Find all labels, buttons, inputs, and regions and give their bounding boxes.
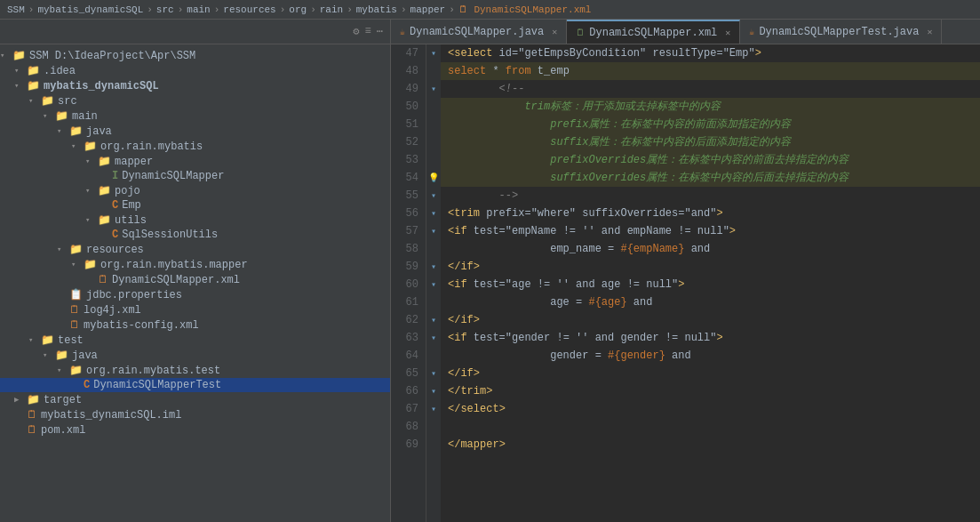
- code-line: </if>: [441, 258, 980, 276]
- gutter-item: ▾: [426, 329, 441, 347]
- tree-item-14[interactable]: ▾📁resources: [0, 242, 390, 257]
- fold-arrow[interactable]: ▾: [431, 404, 436, 414]
- code-line: </mapper>: [441, 436, 980, 454]
- tree-item-5[interactable]: ▾📁main: [0, 108, 390, 124]
- line-number: 63: [391, 329, 426, 347]
- code-line: <if test="gender != '' and gender != nul…: [441, 329, 980, 347]
- code-line: [441, 418, 980, 436]
- fold-arrow[interactable]: ▾: [431, 315, 436, 325]
- fold-arrow[interactable]: ▾: [431, 333, 436, 343]
- tree-item-15[interactable]: ▾📁org.rain.mybatis.mapper: [0, 257, 390, 272]
- tree-item-22[interactable]: ▾📁org.rain.mybatis.test: [0, 363, 390, 378]
- breadcrumb-org[interactable]: org: [289, 4, 307, 15]
- tree-item-label: pom.xml: [41, 424, 85, 437]
- gutter: ▾▾💡▾▾▾▾▾▾▾▾▾▾: [426, 44, 441, 522]
- tree-item-20[interactable]: ▾📁test: [0, 333, 390, 348]
- fold-arrow[interactable]: ▾: [431, 261, 436, 272]
- tree-item-label: DynamicSQLMapper: [122, 170, 224, 182]
- tree-item-icon: 📁: [69, 124, 83, 138]
- collapse-icon[interactable]: ≡: [365, 25, 371, 38]
- lightbulb-icon[interactable]: 💡: [428, 173, 439, 183]
- gutter-item: ▾: [426, 276, 441, 293]
- tree-item-16[interactable]: 🗒DynamicSQLMapper.xml: [0, 272, 390, 287]
- tree-item-18[interactable]: 🗒log4j.xml: [0, 302, 390, 317]
- breadcrumb-ssm[interactable]: SSM: [7, 4, 25, 15]
- code-line: trim标签：用于添加或去掉标签中的内容: [441, 98, 980, 116]
- fold-arrow[interactable]: ▾: [431, 48, 436, 59]
- tree-item-4[interactable]: ▾📁src: [0, 93, 390, 108]
- line-number: 53: [391, 151, 426, 169]
- code-line: </trim>: [441, 382, 980, 400]
- tree-item-24[interactable]: ▶📁target: [0, 392, 390, 407]
- code-line: suffixOverrides属性：在标签中内容的后面去掉指定的内容: [441, 169, 980, 187]
- gutter-item: [426, 418, 441, 436]
- tab-java-test[interactable]: ☕ DynamicSQLMapperTest.java ✕: [740, 20, 942, 44]
- gear-icon[interactable]: ⚙: [353, 25, 359, 38]
- tree-item-label: java: [86, 125, 112, 138]
- tree-item-13[interactable]: CSqlSessionUtils: [0, 228, 390, 242]
- fold-arrow[interactable]: ▾: [431, 279, 436, 290]
- tree-item-26[interactable]: 🗒pom.xml: [0, 422, 390, 438]
- tree-item-label: pojo: [115, 185, 140, 197]
- breadcrumb-project[interactable]: mybatis_dynamicSQL: [37, 4, 143, 15]
- tree-item-label: src: [58, 95, 77, 108]
- tree-item-21[interactable]: ▾📁java: [0, 348, 390, 363]
- fold-arrow[interactable]: ▾: [431, 386, 436, 397]
- line-number: 58: [391, 240, 426, 258]
- tree-item-1[interactable]: ▾📁SSM D:\IdeaProject\Apr\SSM: [0, 48, 390, 63]
- breadcrumb-rain[interactable]: rain: [320, 4, 343, 15]
- tree-item-8[interactable]: ▾📁mapper: [0, 154, 390, 169]
- code-lines[interactable]: <select id="getEmpsByCondition" resultTy…: [441, 44, 980, 522]
- gutter-item: [426, 98, 441, 116]
- tree-item-7[interactable]: ▾📁org.rain.mybatis: [0, 139, 390, 154]
- breadcrumb-src[interactable]: src: [156, 4, 174, 15]
- tree-item-icon: 📁: [12, 49, 26, 62]
- tree-item-6[interactable]: ▾📁java: [0, 124, 390, 139]
- fold-arrow[interactable]: ▾: [431, 368, 436, 379]
- tree-item-icon: 📁: [98, 184, 111, 197]
- breadcrumb-main[interactable]: main: [187, 4, 210, 15]
- code-line: <trim prefix="where" suffixOverrides="an…: [441, 205, 980, 222]
- tree-item-icon: 📁: [55, 349, 68, 362]
- tree-item-icon: C: [84, 379, 90, 391]
- tree-item-17[interactable]: 📋jdbc.properties: [0, 287, 390, 302]
- java-icon: ☕: [400, 27, 405, 37]
- breadcrumb-mybatis[interactable]: mybatis: [356, 4, 397, 15]
- tree-item-icon: I: [112, 170, 118, 182]
- close-tab-xml[interactable]: ✕: [725, 28, 730, 38]
- fold-arrow[interactable]: ▾: [431, 226, 436, 237]
- code-line: age = #{age} and: [441, 293, 980, 311]
- tree-item-23[interactable]: CDynamicSQLMapperTest: [0, 378, 390, 392]
- tree-item-label: target: [44, 394, 82, 406]
- tree-item-label: DynamicSQLMapper.xml: [112, 274, 240, 286]
- sidebar: ⚙ ≡ ⋯ ▾📁SSM D:\IdeaProject\Apr\SSM▾📁.ide…: [0, 20, 391, 522]
- tree-item-icon: 🗒: [98, 273, 108, 286]
- fold-arrow[interactable]: ▾: [431, 208, 436, 219]
- breadcrumb-mapper[interactable]: mapper: [410, 4, 446, 15]
- tree-item-2[interactable]: ▾📁.idea: [0, 63, 390, 78]
- code-line: emp_name = #{empName} and: [441, 240, 980, 258]
- fold-arrow[interactable]: ▾: [431, 190, 436, 201]
- breadcrumb-resources[interactable]: resources: [223, 4, 275, 15]
- gutter-item: [426, 133, 441, 151]
- tab-xml-mapper[interactable]: 🗒 DynamicSQLMapper.xml ✕: [567, 20, 740, 44]
- tree-arrow: ▾: [71, 260, 84, 269]
- close-tab-java[interactable]: ✕: [552, 27, 557, 37]
- settings-icon[interactable]: ⋯: [377, 25, 383, 38]
- code-line: <if test="empName != '' and empName != n…: [441, 222, 980, 240]
- tree-item-3[interactable]: ▾📁mybatis_dynamicSQL: [0, 78, 390, 93]
- code-line: </if>: [441, 365, 980, 382]
- tab-java-mapper[interactable]: ☕ DynamicSQLMapper.java ✕: [391, 20, 567, 44]
- tree-item-11[interactable]: CEmp: [0, 198, 390, 213]
- breadcrumb-file[interactable]: 🗒 DynamicSQLMapper.xml: [458, 4, 592, 15]
- close-tab-test[interactable]: ✕: [927, 27, 932, 37]
- tree-item-12[interactable]: ▾📁utils: [0, 213, 390, 228]
- sidebar-tree: ▾📁SSM D:\IdeaProject\Apr\SSM▾📁.idea▾📁myb…: [0, 44, 390, 522]
- gutter-item: ▾: [426, 311, 441, 329]
- fold-arrow[interactable]: ▾: [431, 84, 436, 94]
- tree-item-25[interactable]: 🗒mybatis_dynamicSQL.iml: [0, 407, 390, 422]
- tree-item-9[interactable]: IDynamicSQLMapper: [0, 169, 390, 183]
- code-line: </if>: [441, 311, 980, 329]
- tree-item-10[interactable]: ▾📁pojo: [0, 183, 390, 198]
- tree-item-19[interactable]: 🗒mybatis-config.xml: [0, 317, 390, 333]
